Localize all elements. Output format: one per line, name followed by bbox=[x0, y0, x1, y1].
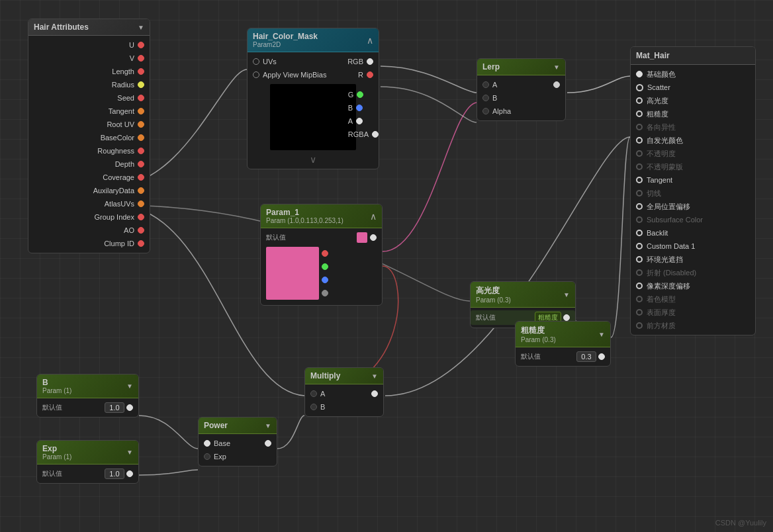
pin-auxilarydata[interactable] bbox=[138, 187, 144, 194]
b-param-header[interactable]: B Param (1) ▼ bbox=[37, 375, 138, 398]
hcm-collapse[interactable]: ∧ bbox=[367, 35, 373, 46]
hair-color-mask-header[interactable]: Hair_Color_Mask Param2D ∧ bbox=[248, 28, 379, 52]
pin-mat-opacity[interactable] bbox=[636, 150, 643, 157]
param1-color-area bbox=[266, 247, 377, 300]
multiply-b-row: B bbox=[305, 400, 383, 414]
pin-hcm-r[interactable] bbox=[367, 71, 373, 78]
pin-coverage[interactable] bbox=[138, 174, 144, 181]
pin-basecolor[interactable] bbox=[138, 134, 144, 141]
pin-power-out[interactable] bbox=[265, 440, 271, 447]
lerp-chevron[interactable]: ▼ bbox=[553, 64, 560, 71]
pin-mat-highlight[interactable] bbox=[636, 97, 643, 104]
power-header[interactable]: Power ▼ bbox=[199, 418, 277, 434]
hair-attributes-header[interactable]: Hair Attributes ▼ bbox=[28, 19, 150, 36]
param1-collapse[interactable]: ∧ bbox=[370, 211, 377, 222]
exp-default-value[interactable]: 1.0 bbox=[105, 468, 124, 479]
pin-hcm-a[interactable] bbox=[356, 118, 363, 124]
param1-b-pin[interactable] bbox=[322, 277, 328, 283]
pin-u[interactable] bbox=[138, 42, 144, 48]
param1-subtitle: Param (1.0,0.113,0.253,1) bbox=[266, 217, 343, 224]
pin-radius[interactable] bbox=[138, 81, 144, 88]
roughness-param-title: 粗糙度 bbox=[521, 325, 556, 336]
pin-mat-anisotropy[interactable] bbox=[636, 124, 643, 130]
pin-mat-worldpos[interactable] bbox=[636, 203, 643, 210]
b-out-pin[interactable] bbox=[126, 404, 133, 411]
param1-header[interactable]: Param_1 Param (1.0,0.113,0.253,1) ∧ bbox=[261, 204, 382, 228]
exp-out-pin[interactable] bbox=[126, 470, 133, 477]
pin-multiply-a[interactable] bbox=[310, 390, 317, 397]
pin-power-base-in[interactable] bbox=[204, 440, 210, 447]
pin-multiply-b[interactable] bbox=[310, 404, 317, 410]
multiply-chevron[interactable]: ▼ bbox=[371, 373, 378, 380]
pin-lerp-b[interactable] bbox=[482, 95, 489, 101]
multiply-body: A B bbox=[305, 384, 383, 416]
pin-multiply-out[interactable] bbox=[371, 390, 378, 397]
exp-param-chevron[interactable]: ▼ bbox=[126, 449, 133, 456]
b-param-subtitle: Param (1) bbox=[42, 387, 71, 394]
multiply-header[interactable]: Multiply ▼ bbox=[305, 368, 383, 384]
roughness-default-value[interactable]: 0.3 bbox=[576, 351, 596, 362]
pin-mat-basecolor[interactable] bbox=[636, 71, 643, 77]
pin-ao[interactable] bbox=[138, 227, 144, 234]
pin-hcm-rgba[interactable] bbox=[372, 131, 379, 138]
pin-lerp-a[interactable] bbox=[482, 81, 489, 88]
pin-mat-frontmat[interactable] bbox=[636, 322, 643, 329]
pin-depth[interactable] bbox=[138, 161, 144, 167]
pin-atlasuvs[interactable] bbox=[138, 200, 144, 207]
hair-attributes-chevron[interactable]: ▼ bbox=[138, 24, 144, 31]
pin-hcm-b[interactable] bbox=[356, 105, 363, 111]
pin-mat-customdata[interactable] bbox=[636, 243, 643, 249]
highlight-header[interactable]: 高光度 Param (0.3) ▼ bbox=[471, 282, 575, 308]
pin-groupindex[interactable] bbox=[138, 214, 144, 220]
roughness-param-header[interactable]: 粗糙度 Param (0.3) ▼ bbox=[516, 322, 610, 347]
pin-mat-pixeldepth[interactable] bbox=[636, 283, 643, 289]
highlight-chevron[interactable]: ▼ bbox=[563, 291, 570, 298]
param1-g-pin[interactable] bbox=[322, 263, 328, 270]
pin-lerp-out[interactable] bbox=[553, 81, 560, 88]
hair-attributes-node: Hair Attributes ▼ U V Length Radius Seed… bbox=[28, 19, 150, 253]
pin-mat-roughness[interactable] bbox=[636, 111, 643, 117]
pin-mat-qiexian[interactable] bbox=[636, 190, 643, 197]
pin-lerp-alpha[interactable] bbox=[482, 108, 489, 114]
pin-mat-scatter[interactable] bbox=[636, 84, 643, 91]
pin-mat-refraction[interactable] bbox=[636, 269, 643, 276]
param1-out-pin[interactable] bbox=[370, 234, 377, 241]
exp-param-header[interactable]: Exp Param (1) ▼ bbox=[37, 441, 138, 465]
pin-mat-ao[interactable] bbox=[636, 256, 643, 263]
mat-row-customdata: Custom Data 1 bbox=[631, 240, 755, 253]
param1-r-pin[interactable] bbox=[322, 250, 328, 257]
lerp-header[interactable]: Lerp ▼ bbox=[477, 59, 565, 75]
pin-hcm-mipbias-in[interactable] bbox=[253, 71, 259, 78]
pin-mat-shading[interactable] bbox=[636, 296, 643, 302]
pin-hcm-g[interactable] bbox=[357, 91, 363, 98]
param1-a-pin[interactable] bbox=[322, 290, 328, 296]
pin-clumpid[interactable] bbox=[138, 240, 144, 247]
pin-v[interactable] bbox=[138, 55, 144, 62]
pin-mat-opacitymask[interactable] bbox=[636, 163, 643, 170]
pin-row-tangent: Tangent bbox=[28, 105, 150, 118]
pin-roughness[interactable] bbox=[138, 148, 144, 154]
pin-tangent[interactable] bbox=[138, 108, 144, 114]
hcm-mipbias-row: Apply View MipBias R bbox=[248, 68, 379, 81]
b-default-value[interactable]: 1.0 bbox=[105, 402, 124, 413]
pin-mat-backlit[interactable] bbox=[636, 230, 643, 236]
roughness-chevron[interactable]: ▼ bbox=[598, 331, 605, 338]
pin-mat-emissive[interactable] bbox=[636, 137, 643, 144]
highlight-out-pin[interactable] bbox=[563, 314, 570, 321]
pin-length[interactable] bbox=[138, 68, 144, 75]
pin-hcm-uvs-in[interactable] bbox=[253, 58, 259, 65]
pin-rootuv[interactable] bbox=[138, 121, 144, 128]
pin-power-exp[interactable] bbox=[204, 453, 210, 460]
pin-seed[interactable] bbox=[138, 95, 144, 101]
pin-mat-thickness[interactable] bbox=[636, 309, 643, 316]
pin-mat-tangent[interactable] bbox=[636, 177, 643, 183]
roughness-out-pin[interactable] bbox=[598, 353, 605, 360]
pin-hcm-rgb[interactable] bbox=[367, 58, 373, 65]
b-param-chevron[interactable]: ▼ bbox=[126, 382, 133, 390]
power-chevron[interactable]: ▼ bbox=[265, 422, 271, 429]
hcm-scroll[interactable]: ∨ bbox=[248, 153, 379, 166]
pin-row-atlasuvs: AtlasUVs bbox=[28, 197, 150, 210]
hcm-texture bbox=[270, 84, 356, 150]
mat-row-pixeldepth: 像素深度偏移 bbox=[631, 279, 755, 292]
pin-mat-subsurface[interactable] bbox=[636, 216, 643, 223]
